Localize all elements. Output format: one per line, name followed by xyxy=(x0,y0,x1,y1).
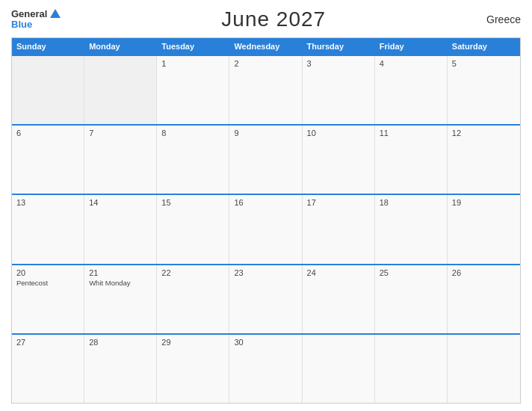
page: General Blue June 2027 Greece SundayMond… xyxy=(0,0,532,411)
calendar-week: 27282930 xyxy=(12,333,520,403)
day-number: 6 xyxy=(16,129,79,137)
calendar-cell: 13 xyxy=(12,195,84,263)
calendar-cell: 19 xyxy=(448,195,520,263)
day-of-week-header: Wednesday xyxy=(229,38,302,55)
calendar-cell: 18 xyxy=(375,195,448,263)
calendar-week: 12345 xyxy=(12,55,520,124)
calendar-cell: 3 xyxy=(303,56,375,124)
calendar-cell: 28 xyxy=(84,335,157,403)
day-number: 2 xyxy=(234,59,297,68)
calendar-cell: 2 xyxy=(229,56,302,124)
day-number: 3 xyxy=(307,59,370,68)
day-of-week-header: Thursday xyxy=(303,38,375,55)
day-number: 29 xyxy=(161,338,224,347)
calendar-cell: 12 xyxy=(448,126,520,194)
calendar-cell: 27 xyxy=(12,335,84,403)
day-of-week-header: Saturday xyxy=(448,38,520,55)
calendar-cell: 22 xyxy=(157,265,229,333)
calendar-week: 6789101112 xyxy=(12,124,520,194)
calendar-cell: 14 xyxy=(84,195,157,263)
day-number: 25 xyxy=(380,268,442,277)
day-number: 8 xyxy=(161,129,224,137)
calendar-cell: 11 xyxy=(375,126,448,194)
calendar-header: SundayMondayTuesdayWednesdayThursdayFrid… xyxy=(12,38,520,55)
calendar-cell: 25 xyxy=(375,265,448,333)
calendar-cell: 20Pentecost xyxy=(12,265,84,333)
day-number: 14 xyxy=(89,198,152,207)
calendar-cell: 7 xyxy=(84,126,157,194)
country-label: Greece xyxy=(486,13,521,25)
day-number: 27 xyxy=(16,338,79,347)
day-number: 21 xyxy=(89,268,152,277)
day-number: 28 xyxy=(89,338,152,347)
calendar-cell: 23 xyxy=(229,265,302,333)
calendar-cell xyxy=(448,335,520,403)
day-of-week-header: Tuesday xyxy=(157,38,229,55)
calendar: SundayMondayTuesdayWednesdayThursdayFrid… xyxy=(11,37,521,404)
calendar-cell xyxy=(84,56,157,124)
day-of-week-header: Friday xyxy=(375,38,448,55)
calendar-cell: 6 xyxy=(12,126,84,194)
calendar-cell: 21Whit Monday xyxy=(84,265,157,333)
calendar-cell xyxy=(12,56,84,124)
day-event: Whit Monday xyxy=(89,279,152,287)
calendar-cell: 8 xyxy=(157,126,229,194)
calendar-cell: 1 xyxy=(157,56,229,124)
calendar-cell: 5 xyxy=(448,56,520,124)
day-number: 13 xyxy=(16,198,79,207)
day-event: Pentecost xyxy=(16,279,79,287)
calendar-cell: 30 xyxy=(229,335,302,403)
calendar-cell: 9 xyxy=(229,126,302,194)
calendar-cell: 24 xyxy=(303,265,375,333)
calendar-cell: 26 xyxy=(448,265,520,333)
day-number: 15 xyxy=(161,198,224,207)
calendar-week: 13141516171819 xyxy=(12,194,520,263)
day-number: 22 xyxy=(161,268,224,277)
calendar-cell xyxy=(303,335,375,403)
logo: General Blue xyxy=(11,9,61,31)
calendar-title: June 2027 xyxy=(221,7,326,31)
calendar-cell xyxy=(375,335,448,403)
day-number: 26 xyxy=(452,268,516,277)
day-number: 1 xyxy=(161,59,224,68)
day-number: 11 xyxy=(380,129,442,137)
day-number: 19 xyxy=(452,198,516,207)
day-number: 17 xyxy=(307,198,370,207)
day-number: 18 xyxy=(380,198,442,207)
day-number: 23 xyxy=(234,268,297,277)
day-number: 30 xyxy=(234,338,297,347)
day-number: 10 xyxy=(307,129,370,137)
calendar-body: 1234567891011121314151617181920Pentecost… xyxy=(12,55,520,403)
logo-blue-text: Blue xyxy=(11,19,32,30)
calendar-cell: 17 xyxy=(303,195,375,263)
header: General Blue June 2027 Greece xyxy=(11,7,521,31)
logo-triangle-icon xyxy=(50,9,61,18)
calendar-cell: 29 xyxy=(157,335,229,403)
day-of-week-header: Sunday xyxy=(12,38,84,55)
calendar-cell: 16 xyxy=(229,195,302,263)
day-number: 7 xyxy=(89,129,152,137)
calendar-cell: 10 xyxy=(303,126,375,194)
day-number: 20 xyxy=(16,268,79,277)
calendar-cell: 15 xyxy=(157,195,229,263)
day-number: 24 xyxy=(307,268,370,277)
logo-general-text: General xyxy=(11,9,47,19)
day-number: 12 xyxy=(452,129,516,137)
day-number: 4 xyxy=(380,59,442,68)
day-of-week-header: Monday xyxy=(84,38,157,55)
day-number: 9 xyxy=(234,129,297,137)
day-number: 16 xyxy=(234,198,297,207)
calendar-week: 20Pentecost21Whit Monday2223242526 xyxy=(12,264,520,333)
calendar-cell: 4 xyxy=(375,56,448,124)
day-number: 5 xyxy=(452,59,516,68)
